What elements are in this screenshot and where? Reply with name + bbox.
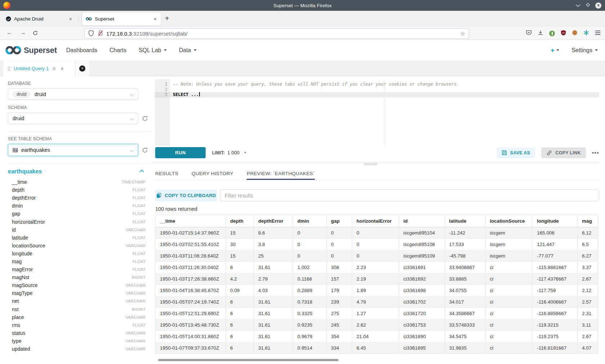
- table-cell: 2.19: [352, 273, 399, 285]
- table-cell: 31.61: [254, 342, 293, 354]
- table-cell: iscgem895104: [399, 227, 445, 239]
- table-cell: 121.447: [533, 239, 578, 250]
- chevron-down-icon: [130, 92, 134, 96]
- schema-column-row: magSourceVARCHAR: [12, 281, 145, 289]
- column-header[interactable]: depthError: [254, 215, 293, 227]
- window-titlebar: Superset — Mozilla Firefox ×: [0, 0, 605, 11]
- collapse-chevron-up-icon[interactable]: [139, 169, 144, 174]
- query-tab-close-icon[interactable]: ×: [61, 66, 64, 72]
- table-cell: 0: [352, 250, 399, 262]
- sql-editor[interactable]: 1 -- Note: Unless you save your query, t…: [155, 79, 599, 146]
- refresh-table-icon[interactable]: [141, 146, 149, 154]
- table-cell: 6: [226, 319, 254, 331]
- results-tab-results[interactable]: RESULTS: [155, 168, 178, 180]
- horizontal-scrollbar[interactable]: [158, 359, 339, 361]
- new-tab-icon[interactable]: +: [165, 14, 169, 23]
- table-cell: 34.5475: [445, 331, 485, 342]
- column-header[interactable]: longitude: [533, 215, 578, 227]
- save-icon: [502, 150, 507, 155]
- nav-item-charts[interactable]: Charts: [109, 47, 126, 54]
- browser-tab-superset[interactable]: Superset ×: [82, 12, 161, 26]
- query-tab-untitled-query-1[interactable]: Untitled Query 1 ×: [3, 61, 75, 76]
- table-cell: 157: [327, 273, 352, 285]
- table-cell: 1950-01-05T14:00:31.860Z: [156, 331, 226, 342]
- nav-item-sql-lab[interactable]: SQL Lab: [139, 47, 167, 54]
- drag-handle-icon[interactable]: [8, 66, 10, 71]
- more-options-icon[interactable]: •••: [592, 150, 599, 156]
- divider: [8, 132, 152, 132]
- resize-handle[interactable]: [364, 162, 377, 166]
- tab-close-icon[interactable]: ×: [68, 16, 73, 22]
- table-cell: 6.45: [352, 342, 399, 354]
- table-cell: 4.07: [578, 342, 598, 354]
- schema-column-row: idVARCHAR: [12, 226, 145, 234]
- table-cell: iscgem: [485, 227, 533, 239]
- column-type: FLOAT: [133, 220, 145, 224]
- svg-text:uO: uO: [562, 32, 565, 34]
- schema-column-row: depthErrorFLOAT: [12, 194, 145, 202]
- copy-link-button[interactable]: COPY LINK: [541, 147, 586, 158]
- new-item-button[interactable]: +: [551, 46, 559, 54]
- limit-dropdown[interactable]: LIMIT: 1 000: [212, 150, 247, 155]
- table-schema-select[interactable]: earthquakes: [8, 144, 138, 156]
- table-cell: 0: [352, 239, 399, 250]
- column-header[interactable]: mag: [578, 215, 598, 227]
- nav-item-data[interactable]: Data: [179, 47, 197, 54]
- superset-logo[interactable]: Superset: [5, 45, 57, 55]
- column-header[interactable]: depth: [226, 215, 254, 227]
- schema-label: SCHEMA: [8, 105, 152, 110]
- filter-results-input[interactable]: [220, 190, 599, 201]
- schema-column-row: statusVARCHAR: [12, 329, 145, 337]
- results-tab-preview-earthquakes[interactable]: PREVIEW: `EARTHQUAKES`: [247, 168, 315, 180]
- schema-select[interactable]: druid: [8, 113, 138, 124]
- copy-to-clipboard-button[interactable]: COPY TO CLIPBOARD: [155, 190, 217, 201]
- database-select[interactable]: druid druid: [8, 88, 138, 100]
- bookmark-star-icon[interactable]: ☆: [460, 30, 465, 37]
- refresh-schema-icon[interactable]: [141, 115, 149, 122]
- column-header[interactable]: gap: [327, 215, 352, 227]
- pocket-icon[interactable]: [526, 30, 532, 37]
- download-icon[interactable]: [538, 30, 543, 37]
- extension-green-icon[interactable]: [549, 31, 555, 36]
- run-button[interactable]: RUN: [155, 147, 206, 158]
- column-type: VARCHAR: [126, 228, 145, 232]
- line-number: 1: [155, 82, 170, 87]
- settings-menu[interactable]: Settings: [572, 47, 598, 54]
- window-maximize-icon[interactable]: [586, 2, 590, 9]
- back-icon[interactable]: ←: [6, 29, 13, 36]
- table-cell: ci: [485, 331, 533, 342]
- menu-hamburger-icon[interactable]: [595, 30, 601, 37]
- url-bar[interactable]: 172.18.0.3:32108/superset/sqllab/ ☆: [84, 28, 469, 39]
- cookie-icon[interactable]: [572, 30, 578, 37]
- superset-navbar: Superset Dashboards Charts SQL Lab Data …: [0, 40, 605, 61]
- column-header[interactable]: dmin: [293, 215, 327, 227]
- insecure-lock-icon[interactable]: [98, 30, 103, 38]
- column-header[interactable]: latitude: [445, 215, 485, 227]
- column-type: FLOAT: [133, 267, 145, 272]
- ublock-shield-icon[interactable]: uO: [561, 30, 566, 37]
- extension-asterisk-icon[interactable]: [583, 30, 589, 37]
- column-name: magType: [12, 290, 33, 296]
- schema-column-row: __timeTIMESTAMP: [12, 178, 145, 186]
- window-minimize-icon[interactable]: [575, 2, 581, 9]
- table-title[interactable]: earthquakes: [8, 168, 42, 175]
- nav-item-dashboards[interactable]: Dashboards: [66, 47, 97, 54]
- table-cell: ci3361698: [399, 285, 445, 296]
- table-cell: iscgem: [485, 250, 533, 262]
- browser-tab-apache-druid[interactable]: Apache Druid ×: [2, 12, 76, 26]
- table-cell: 33.8885: [445, 273, 485, 285]
- add-query-tab[interactable]: +: [76, 61, 89, 76]
- shield-icon[interactable]: [88, 30, 94, 38]
- column-header[interactable]: locationSource: [485, 215, 533, 227]
- forward-icon[interactable]: →: [19, 29, 26, 36]
- table-cell: iscgem895109: [399, 250, 445, 262]
- save-as-button[interactable]: SAVE AS: [497, 147, 535, 158]
- results-tab-query-history[interactable]: QUERY HISTORY: [192, 168, 233, 180]
- column-header[interactable]: id: [399, 215, 445, 227]
- reload-icon[interactable]: [32, 30, 38, 38]
- tab-close-icon[interactable]: ×: [153, 16, 157, 22]
- window-close-icon[interactable]: ×: [595, 3, 601, 9]
- column-header[interactable]: horizontalError: [352, 215, 399, 227]
- column-header[interactable]: __time: [156, 215, 226, 227]
- column-type: FLOAT: [133, 323, 145, 327]
